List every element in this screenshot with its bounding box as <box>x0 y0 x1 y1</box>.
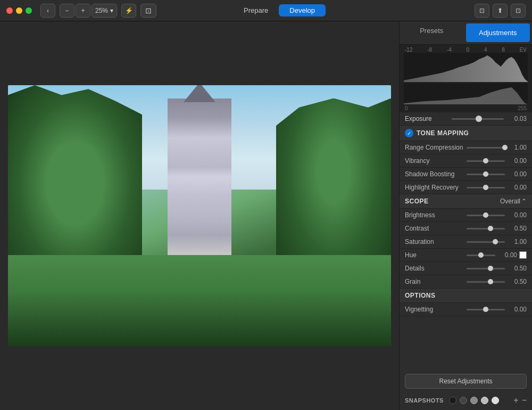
back-button[interactable]: ‹ <box>40 4 55 18</box>
scope-value[interactable]: Overall ⌃ <box>500 198 527 205</box>
vibrancy-label: Vibrancy <box>405 157 463 165</box>
hue-label: Hue <box>405 251 463 259</box>
snapshot-3[interactable] <box>470 397 478 404</box>
hue-value: 0.00 <box>498 251 517 259</box>
tab-adjustments[interactable]: Adjustments <box>466 23 530 42</box>
shadow-boosting-value: 0.00 <box>508 170 527 178</box>
share-button[interactable]: ⬆ <box>493 4 508 18</box>
vignetting-label: Vignetting <box>405 306 463 313</box>
options-title: OPTIONS <box>405 292 436 299</box>
options-sliders: Vignetting 0.00 <box>400 303 532 316</box>
traffic-lights <box>6 7 32 14</box>
tone-mapping-check <box>405 129 413 137</box>
bottom-section: Reset Adjustments SNAPSHOTS + − <box>400 370 532 410</box>
brightness-value: 0.00 <box>508 211 527 219</box>
auto-adjust-button[interactable]: ⚡ <box>121 4 136 18</box>
minimize-button[interactable] <box>16 7 22 14</box>
shadow-boosting-label: Shadow Boosting <box>405 170 463 178</box>
details-value: 0.50 <box>508 265 527 272</box>
snapshot-remove-button[interactable]: − <box>522 396 527 405</box>
photo-foreground <box>8 255 391 347</box>
saturation-label: Saturation <box>405 238 463 245</box>
contrast-label: Contrast <box>405 225 463 232</box>
details-label: Details <box>405 265 463 272</box>
zoom-controls: − + 25% ▾ <box>60 4 117 18</box>
tone-mapping-title: TONE MAPPING <box>417 129 469 137</box>
vignetting-value: 0.00 <box>508 306 527 313</box>
details-slider[interactable] <box>467 268 505 269</box>
tab-presets[interactable]: Presets <box>400 21 464 44</box>
saturation-slider[interactable] <box>467 241 505 243</box>
snapshot-4[interactable] <box>481 397 488 404</box>
photo-container <box>8 85 391 346</box>
tone-mapping-sliders: Range Compression 1.00 Vibrancy 0.00 Sha… <box>400 141 532 194</box>
saturation-value: 1.00 <box>508 238 527 245</box>
exposure-slider[interactable] <box>452 118 504 120</box>
photo-trees-left <box>8 85 142 281</box>
slider-row-hue: Hue 0.00 <box>400 249 532 262</box>
snapshot-add-button[interactable]: + <box>513 396 518 405</box>
slider-row-saturation: Saturation 1.00 <box>400 235 532 249</box>
brightness-label: Brightness <box>405 211 463 219</box>
scope-sliders: Brightness 0.00 Contrast 0.50 Saturation… <box>400 209 532 289</box>
slider-row-vignetting: Vignetting 0.00 <box>400 303 532 316</box>
snapshot-5[interactable] <box>492 397 499 404</box>
titlebar: ‹ − + 25% ▾ ⚡ ⊡ Prepare Develop ⊡ ⬆ ⊡ <box>0 0 532 21</box>
scope-label: SCOPE <box>405 198 429 205</box>
exposure-value: 0.03 <box>508 115 527 122</box>
highlight-recovery-label: Highlight Recovery <box>405 184 463 191</box>
fullscreen-button[interactable]: ⊡ <box>511 4 526 18</box>
range-compression-label: Range Compression <box>405 144 463 151</box>
zoom-level[interactable]: 25% ▾ <box>92 4 117 18</box>
maximize-button[interactable] <box>26 7 32 14</box>
reset-adjustments-button[interactable]: Reset Adjustments <box>405 374 527 389</box>
exposure-label: Exposure <box>405 115 447 122</box>
options-header: OPTIONS <box>400 289 532 303</box>
brightness-slider[interactable] <box>467 215 505 216</box>
histogram-top <box>404 53 528 82</box>
scope-row: SCOPE Overall ⌃ <box>400 194 532 209</box>
hue-color-swatch[interactable] <box>519 251 527 259</box>
tone-mapping-header[interactable]: TONE MAPPING <box>400 126 532 141</box>
range-compression-slider[interactable] <box>467 147 505 149</box>
main-content: Presets Adjustments -12 -8 -4 0 4 8 EV <box>0 21 532 410</box>
split-view-button[interactable]: ⊡ <box>140 4 156 18</box>
vibrancy-slider[interactable] <box>467 160 505 162</box>
slider-row-vibrancy: Vibrancy 0.00 <box>400 154 532 168</box>
slider-row-brightness: Brightness 0.00 <box>400 209 532 222</box>
tab-prepare[interactable]: Prepare <box>233 4 279 17</box>
contrast-value: 0.50 <box>508 225 527 232</box>
snapshot-2[interactable] <box>460 397 467 404</box>
range-compression-value: 1.00 <box>508 144 527 151</box>
highlight-recovery-value: 0.00 <box>508 184 527 191</box>
histogram-bottom-labels: 0 255 <box>404 105 528 112</box>
grain-value: 0.50 <box>508 278 527 285</box>
tab-develop[interactable]: Develop <box>279 4 326 17</box>
panel-tabs: Presets Adjustments <box>400 21 532 45</box>
snapshot-1[interactable] <box>449 397 456 404</box>
right-panel: Presets Adjustments -12 -8 -4 0 4 8 EV <box>399 21 532 410</box>
photo <box>8 85 391 346</box>
image-area <box>0 21 399 410</box>
exposure-row: Exposure 0.03 <box>400 112 532 126</box>
crop-button[interactable]: ⊡ <box>475 4 489 18</box>
highlight-recovery-slider[interactable] <box>467 187 505 188</box>
snapshots-label: SNAPSHOTS <box>405 397 444 404</box>
slider-row-details: Details 0.50 <box>400 262 532 275</box>
zoom-in-button[interactable]: + <box>76 4 90 18</box>
photo-trees-right <box>276 99 391 281</box>
histogram-top-labels: -12 -8 -4 0 4 8 EV <box>404 47 528 53</box>
close-button[interactable] <box>6 7 13 14</box>
snapshots-row: SNAPSHOTS + − <box>400 393 532 410</box>
contrast-slider[interactable] <box>467 228 505 229</box>
slider-row-shadow-boosting: Shadow Boosting 0.00 <box>400 168 532 181</box>
slider-row-range-compression: Range Compression 1.00 <box>400 141 532 154</box>
slider-row-contrast: Contrast 0.50 <box>400 222 532 235</box>
shadow-boosting-slider[interactable] <box>467 174 505 175</box>
hue-slider[interactable] <box>467 255 495 256</box>
slider-row-highlight-recovery: Highlight Recovery 0.00 <box>400 181 532 194</box>
zoom-out-button[interactable]: − <box>60 4 74 18</box>
grain-label: Grain <box>405 278 463 285</box>
vignetting-slider[interactable] <box>467 309 505 310</box>
grain-slider[interactable] <box>467 281 505 283</box>
